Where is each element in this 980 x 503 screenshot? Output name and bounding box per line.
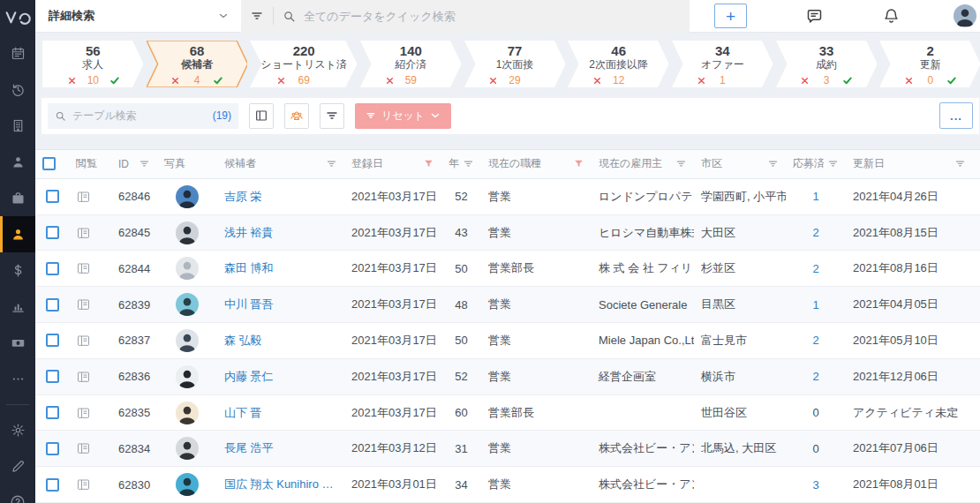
view-record-icon[interactable] xyxy=(76,297,91,312)
row-checkbox[interactable] xyxy=(46,442,59,455)
candidate-photo[interactable] xyxy=(176,402,199,424)
candidate-name-link[interactable]: 国広 翔太 Kunihiro Shota xyxy=(224,477,337,492)
row-checkbox[interactable] xyxy=(46,298,59,312)
filter-lines-icon[interactable] xyxy=(250,9,264,23)
column-filter-icon[interactable] xyxy=(326,158,337,169)
sidebar-item-building[interactable] xyxy=(0,108,35,144)
group-view-button[interactable] xyxy=(284,103,309,129)
applied-count[interactable]: 1 xyxy=(812,298,818,312)
user-menu[interactable] xyxy=(954,4,980,27)
pass-check-icon[interactable] xyxy=(837,76,858,86)
column-filter-icon[interactable] xyxy=(954,158,966,169)
sidebar-item-briefcase[interactable] xyxy=(0,180,35,216)
fail-count[interactable]: 3 xyxy=(816,74,837,86)
pass-check-icon[interactable] xyxy=(207,76,229,86)
fail-count[interactable]: 69 xyxy=(292,74,315,86)
sidebar-item-ellipsis[interactable] xyxy=(0,361,35,397)
select-all-checkbox[interactable] xyxy=(42,157,56,170)
view-record-icon[interactable] xyxy=(76,441,91,455)
fail-count[interactable]: 0 xyxy=(920,74,941,86)
column-filter-icon[interactable] xyxy=(139,158,150,169)
applied-count[interactable]: 2 xyxy=(812,226,818,239)
view-record-icon[interactable] xyxy=(76,261,91,275)
fail-x-icon[interactable] xyxy=(269,77,292,85)
notifications-bell-icon[interactable] xyxy=(882,7,901,26)
fail-x-icon[interactable] xyxy=(586,77,607,85)
fail-count[interactable]: 4 xyxy=(186,74,207,86)
applied-count[interactable]: 2 xyxy=(812,370,818,383)
view-record-icon[interactable] xyxy=(76,370,91,384)
fail-x-icon[interactable] xyxy=(379,77,400,85)
applied-count[interactable]: 1 xyxy=(812,190,818,203)
vincere-logo[interactable] xyxy=(0,0,35,35)
sidebar-item-banknote[interactable] xyxy=(0,325,35,361)
add-new-button[interactable]: + xyxy=(714,4,747,28)
sidebar-item-candidate[interactable] xyxy=(0,216,35,252)
applied-count[interactable]: 3 xyxy=(812,478,818,492)
fail-count[interactable]: 12 xyxy=(608,74,629,86)
sidebar-item-calendar[interactable] xyxy=(0,35,35,71)
pipeline-stage-7[interactable]: 34オファー1 xyxy=(672,41,773,87)
pipeline-stage-9[interactable]: 2更新0 xyxy=(879,41,980,87)
sidebar-item-dollar[interactable] xyxy=(0,252,35,289)
fail-x-icon[interactable] xyxy=(690,77,712,85)
candidate-photo[interactable] xyxy=(176,329,199,352)
fail-x-icon[interactable] xyxy=(795,77,816,85)
candidate-name-link[interactable]: 森田 博和 xyxy=(224,260,274,276)
pass-check-icon[interactable] xyxy=(103,76,124,86)
sidebar-item-bar-chart[interactable] xyxy=(0,289,35,325)
pass-check-icon[interactable] xyxy=(941,76,962,86)
row-checkbox[interactable] xyxy=(46,262,59,275)
candidate-photo[interactable] xyxy=(176,293,199,316)
column-filter-icon[interactable] xyxy=(827,158,839,169)
pipeline-stage-4[interactable]: 140紹介済59 xyxy=(360,41,462,87)
sidebar-item-gear[interactable] xyxy=(0,412,35,448)
fail-x-icon[interactable] xyxy=(165,77,186,85)
sidebar-item-pencil[interactable] xyxy=(0,448,35,484)
view-record-icon[interactable] xyxy=(76,406,91,420)
pipeline-stage-8[interactable]: 33成約3 xyxy=(776,41,878,87)
candidate-photo[interactable] xyxy=(176,257,199,280)
candidate-photo[interactable] xyxy=(176,221,199,244)
candidate-name-link[interactable]: 山下 晋 xyxy=(224,405,262,421)
sidebar-item-history[interactable] xyxy=(0,71,35,108)
pipeline-stage-6[interactable]: 462次面接以降12 xyxy=(568,41,669,87)
row-checkbox[interactable] xyxy=(46,226,59,239)
view-record-icon[interactable] xyxy=(76,477,91,492)
fail-x-icon[interactable] xyxy=(483,77,504,85)
candidate-photo[interactable] xyxy=(176,473,199,496)
pipeline-stage-2[interactable]: 68候補者4 xyxy=(147,41,248,87)
candidate-photo[interactable] xyxy=(176,185,199,208)
advanced-search-dropdown[interactable]: 詳細検索 xyxy=(49,8,241,24)
candidate-photo[interactable] xyxy=(176,365,199,388)
view-record-icon[interactable] xyxy=(76,190,91,204)
candidate-name-link[interactable]: 内藤 景仁 xyxy=(224,369,274,385)
fail-x-icon[interactable] xyxy=(61,77,82,85)
fail-count[interactable]: 10 xyxy=(82,74,103,86)
column-filter-icon[interactable] xyxy=(767,158,779,169)
help-icon[interactable] xyxy=(0,494,35,503)
candidate-name-link[interactable]: 森 弘毅 xyxy=(224,333,262,349)
more-options-button[interactable]: ... xyxy=(939,102,973,129)
candidate-photo[interactable] xyxy=(176,437,199,460)
applied-count[interactable]: 2 xyxy=(812,262,818,275)
filter-button[interactable] xyxy=(320,103,344,129)
candidate-name-link[interactable]: 浅井 裕貴 xyxy=(224,225,274,241)
fail-x-icon[interactable] xyxy=(898,77,919,85)
fail-count[interactable]: 29 xyxy=(504,74,525,86)
sidebar-item-user[interactable] xyxy=(0,144,35,180)
column-filter-icon[interactable] xyxy=(463,158,474,169)
row-checkbox[interactable] xyxy=(46,478,59,492)
candidate-name-link[interactable]: 長尾 浩平 xyxy=(224,440,274,456)
applied-count[interactable]: 2 xyxy=(812,334,818,347)
fail-count[interactable]: 1 xyxy=(712,74,733,86)
column-filter-active-icon[interactable] xyxy=(423,158,434,169)
columns-button[interactable] xyxy=(249,103,274,129)
messages-icon[interactable] xyxy=(805,7,824,26)
reset-filters-button[interactable]: リセット xyxy=(355,103,451,129)
row-checkbox[interactable] xyxy=(46,370,59,383)
quick-search-input[interactable] xyxy=(304,10,681,23)
pipeline-stage-1[interactable]: 56求人10 xyxy=(42,41,144,87)
fail-count[interactable]: 59 xyxy=(400,74,421,86)
view-record-icon[interactable] xyxy=(76,226,91,240)
